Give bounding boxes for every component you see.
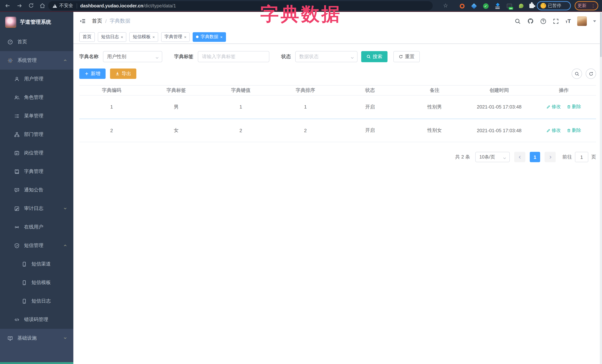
cell-actions: 修改 删除: [531, 95, 596, 119]
tab-dict-management[interactable]: 字典管理×: [161, 32, 190, 42]
close-icon[interactable]: ×: [121, 35, 123, 39]
trash-icon: [567, 105, 571, 109]
extension-sliders-icon[interactable]: [494, 3, 501, 9]
col-dict-label: 字典标签: [144, 85, 209, 95]
app-logo-row[interactable]: 芋道管理系统: [0, 12, 73, 32]
prev-page-button[interactable]: [514, 152, 525, 162]
cell-create-time: 2021-01-05 17:03:48: [467, 119, 532, 142]
sidebar-item-role-management[interactable]: 角色管理: [0, 88, 73, 107]
browser-forward-button[interactable]: [16, 0, 22, 11]
add-button[interactable]: 新增: [79, 69, 106, 79]
sidebar-item-infrastructure[interactable]: 基础设施: [0, 329, 73, 347]
edit-icon: [547, 128, 550, 133]
security-label: 不安全: [59, 3, 73, 9]
delete-link[interactable]: 删除: [567, 104, 581, 110]
extension-green-leaf-icon[interactable]: [518, 3, 525, 9]
export-button[interactable]: 导出: [110, 69, 136, 79]
close-icon[interactable]: ×: [184, 35, 186, 39]
current-page[interactable]: 1: [530, 152, 540, 162]
shield-check-icon: [14, 243, 20, 248]
search-icon[interactable]: [515, 18, 521, 24]
table-toolbar: 新增 导出: [79, 69, 596, 79]
scrollbar-thumb[interactable]: [600, 13, 602, 57]
sidebar-item-label: 字典管理: [24, 168, 43, 175]
sidebar-item-user-management[interactable]: 用户管理: [0, 70, 73, 88]
bookmark-star-icon[interactable]: ☆: [443, 2, 448, 9]
reset-button[interactable]: 重置: [393, 51, 420, 62]
dict-tag-label: 字典标签: [174, 53, 194, 60]
extension-blue-gem-icon[interactable]: [471, 3, 477, 9]
extensions-puzzle-icon[interactable]: [528, 3, 535, 9]
tab-sms-template[interactable]: 短信模板×: [129, 32, 158, 42]
refresh-icon: [589, 71, 593, 76]
browser-reload-button[interactable]: [28, 0, 34, 11]
sidebar-item-sms-log[interactable]: 短信日志: [0, 292, 73, 310]
refresh-table-button[interactable]: [586, 69, 596, 79]
sidebar-item-online-users[interactable]: 在线用户: [0, 218, 73, 236]
org-tree-icon: [14, 132, 20, 137]
sidebar-item-menu-management[interactable]: 菜单管理: [0, 107, 73, 125]
sidebar-item-label: 菜单管理: [24, 113, 43, 119]
dict-name-select[interactable]: 用户性别: [103, 51, 162, 62]
app-title: 芋道管理系统: [20, 19, 51, 26]
sidebar-item-notice-announcement[interactable]: 通知公告: [0, 181, 73, 199]
address-bar[interactable]: 不安全 dashboard.yudao.iocoder.cn/dict/type…: [48, 1, 433, 10]
sidebar-item-label: 错误码管理: [24, 316, 48, 323]
dashboard-icon: [7, 39, 13, 45]
font-size-icon[interactable]: тT: [566, 18, 571, 24]
extension-orange-ring-icon[interactable]: [459, 3, 465, 9]
extension-green-check-icon[interactable]: ✓: [482, 3, 489, 9]
avatar-caret-icon[interactable]: [593, 20, 596, 22]
github-icon[interactable]: [527, 18, 534, 24]
dict-tag-input[interactable]: 请输入字典标签: [198, 51, 269, 62]
extension-switch-icon[interactable]: on: [506, 3, 513, 9]
cell-remark: 性别女: [402, 119, 467, 142]
sidebar-item-system-management[interactable]: 系统管理: [0, 51, 73, 70]
help-icon[interactable]: [540, 18, 547, 24]
chrome-update-button[interactable]: 更新 ⋮: [575, 1, 598, 10]
cell-remark: 性别男: [402, 95, 467, 119]
breadcrumb-home[interactable]: 首页: [92, 18, 102, 24]
collapse-sidebar-icon[interactable]: [79, 18, 86, 24]
profile-paused-chip[interactable]: 已暂停: [537, 1, 571, 10]
status-select[interactable]: 数据状态: [295, 51, 357, 62]
close-icon[interactable]: ×: [220, 35, 223, 39]
sidebar-item-dict-management[interactable]: 字典管理: [0, 162, 73, 181]
tab-sms-log[interactable]: 短信日志×: [98, 32, 127, 42]
goto-page-input[interactable]: 1: [575, 152, 588, 162]
page-scrollbar[interactable]: [600, 12, 602, 364]
page-size-select[interactable]: 10条/页: [475, 152, 510, 162]
delete-link[interactable]: 删除: [567, 127, 581, 134]
status-placeholder: 数据状态: [299, 53, 319, 60]
sidebar-item-department-management[interactable]: 部门管理: [0, 125, 73, 144]
user-avatar[interactable]: [577, 16, 587, 26]
reload-icon: [28, 3, 34, 9]
next-page-button[interactable]: [545, 152, 556, 162]
col-status: 状态: [338, 85, 402, 95]
plus-icon: [85, 72, 89, 76]
sidebar-item-label: 用户管理: [24, 75, 43, 82]
breadcrumb: 首页 / 字典数据: [92, 18, 130, 24]
sidebar-item-label: 岗位管理: [24, 150, 43, 156]
sidebar-item-sms-template[interactable]: 短信模板: [0, 273, 73, 292]
sidebar-item-label: 短信渠道: [32, 261, 51, 267]
sidebar-item-sms-channel[interactable]: 短信渠道: [0, 255, 73, 273]
tab-home[interactable]: 首页: [79, 32, 95, 42]
fullscreen-icon[interactable]: [553, 18, 559, 24]
sidebar-item-home[interactable]: 首页: [0, 32, 73, 51]
sidebar-item-sms-management[interactable]: 短信管理: [0, 236, 73, 255]
search-button[interactable]: 搜索: [361, 51, 387, 62]
sidebar-item-audit-log[interactable]: 审计日志: [0, 199, 73, 218]
hide-search-button[interactable]: [572, 69, 582, 79]
goto-label: 前往: [562, 154, 572, 160]
close-icon[interactable]: ×: [152, 35, 155, 39]
tab-label: 字典管理: [164, 34, 182, 40]
browser-back-button[interactable]: [4, 0, 11, 11]
sidebar-item-error-code-management[interactable]: 错误码管理: [0, 310, 73, 329]
browser-home-button[interactable]: [39, 0, 46, 11]
tab-dict-data[interactable]: 字典数据×: [193, 32, 226, 42]
sidebar-item-post-management[interactable]: 岗位管理: [0, 144, 73, 162]
browser-menu-kebab-icon[interactable]: ⋮: [591, 3, 595, 8]
edit-link[interactable]: 修改: [547, 104, 561, 110]
edit-link[interactable]: 修改: [547, 127, 561, 134]
